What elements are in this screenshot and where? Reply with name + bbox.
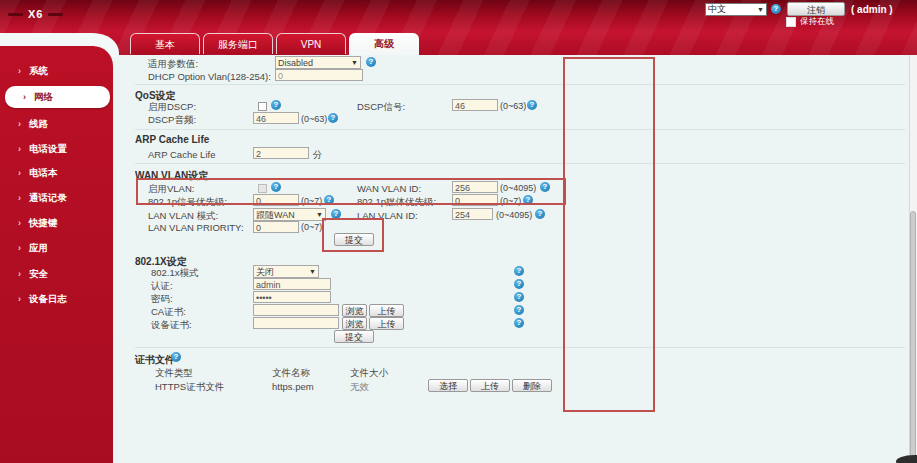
tab-service-port[interactable]: 服务端口: [203, 33, 273, 54]
help-icon[interactable]: ?: [527, 100, 537, 110]
help-icon[interactable]: ?: [171, 352, 181, 362]
device-cert-label: 设备证书:: [151, 319, 192, 332]
dscp-signal-label: DSCP信号:: [357, 101, 405, 114]
sidebar-item-phonebook[interactable]: › 电话本: [0, 165, 113, 181]
dot1x-mode-select[interactable]: 关闭 ▼: [253, 265, 319, 278]
sidebar-item-system[interactable]: › 系统: [0, 63, 113, 79]
sidebar-item-label: 线路: [29, 118, 48, 131]
help-icon[interactable]: ?: [271, 100, 281, 110]
logo-dash-left: [8, 13, 23, 16]
divider: [135, 84, 905, 85]
auth-input[interactable]: admin: [253, 278, 331, 290]
cert-row-type: HTTPS证书文件: [155, 381, 224, 394]
chevron-right-icon: ›: [18, 269, 21, 279]
top-bar: X6 中文 ▼ ? 注销 ( admin ) 保持在线 基本 服务端口 VPN …: [0, 0, 917, 55]
dscp-audio-label: DSCP音频:: [148, 114, 196, 127]
dhcp-option-vlan-label: DHCP Option Vlan(128-254):: [148, 71, 271, 82]
sidebar-item-label: 通话记录: [29, 192, 67, 205]
cert-delete-button[interactable]: 删除: [512, 379, 552, 392]
dot1x-submit-button[interactable]: 提交: [334, 330, 374, 343]
sidebar: › 系统 › 网络 › 线路 › 电话设置 › 电话本 › 通话记录 › 快捷键…: [0, 46, 113, 463]
logout-button[interactable]: 注销: [787, 2, 845, 16]
sidebar-item-call-log[interactable]: › 通话记录: [0, 190, 113, 206]
tab-vpn[interactable]: VPN: [276, 33, 346, 54]
logo: X6: [8, 8, 63, 20]
sidebar-item-label: 电话设置: [29, 143, 67, 156]
help-icon[interactable]: ?: [328, 113, 338, 123]
sidebar-item-device-log[interactable]: › 设备日志: [0, 291, 113, 307]
enable-dscp-checkbox[interactable]: [258, 102, 267, 111]
annotation-box-right-column: [563, 57, 655, 412]
dot1x-mode-selected: 关闭: [256, 266, 274, 278]
divider: [135, 347, 905, 348]
dscp-audio-input[interactable]: 46: [253, 112, 299, 124]
content-panel: [113, 55, 917, 463]
cert-row-size: 无效: [350, 381, 369, 394]
help-icon[interactable]: ?: [366, 57, 376, 67]
help-icon[interactable]: ?: [535, 209, 545, 219]
sidebar-item-label: 安全: [29, 268, 48, 281]
scrollbar-thumb[interactable]: [910, 211, 916, 463]
ca-browse-button[interactable]: 浏览: [342, 304, 367, 317]
language-select[interactable]: 中文 ▼: [705, 3, 767, 16]
sidebar-item-application[interactable]: › 应用: [0, 240, 113, 256]
sidebar-item-network[interactable]: › 网络: [5, 86, 110, 108]
password-input[interactable]: •••••: [253, 291, 331, 303]
device-cert-input[interactable]: [253, 317, 339, 329]
ca-upload-button[interactable]: 上传: [369, 304, 404, 317]
arp-cache-life-input[interactable]: 2: [253, 147, 309, 159]
help-icon[interactable]: ?: [514, 266, 524, 276]
chevron-right-icon: ›: [18, 294, 21, 304]
dhcp-option-vlan-input[interactable]: 0: [275, 69, 363, 81]
cert-col-type: 文件类型: [155, 367, 193, 380]
sidebar-item-label: 电话本: [29, 167, 58, 180]
keep-online-checkbox[interactable]: [786, 17, 796, 27]
cert-col-name: 文件名称: [272, 367, 310, 380]
help-icon[interactable]: ?: [514, 279, 524, 289]
logo-text: X6: [28, 8, 43, 20]
device-upload-button[interactable]: 上传: [369, 317, 404, 330]
tab-advanced[interactable]: 高级: [349, 33, 419, 55]
password-label: 密码:: [151, 293, 173, 306]
keep-online-group: 保持在线: [786, 16, 834, 28]
help-icon[interactable]: ?: [514, 292, 524, 302]
arp-unit-label: 分: [313, 149, 323, 162]
chevron-right-icon: ›: [18, 144, 21, 154]
lan-vlan-mode-selected: 跟随WAN: [256, 209, 295, 221]
dot1x-mode-label: 802.1x模式: [151, 267, 199, 280]
divider: [135, 129, 905, 130]
chevron-right-icon: ›: [18, 168, 21, 178]
device-browse-button[interactable]: 浏览: [342, 317, 367, 330]
chevron-right-icon: ›: [18, 193, 21, 203]
sidebar-item-line[interactable]: › 线路: [0, 116, 113, 132]
param-value-select[interactable]: Disabled ▼: [275, 56, 361, 69]
chevron-right-icon: ›: [18, 218, 21, 228]
cert-select-button[interactable]: 选择: [428, 379, 468, 392]
cert-col-size: 文件大小: [350, 367, 388, 380]
lan-vlan-priority-input[interactable]: 0: [253, 221, 299, 233]
sidebar-item-phone-settings[interactable]: › 电话设置: [0, 141, 113, 157]
sidebar-item-security[interactable]: › 安全: [0, 266, 113, 282]
fanvil-web-ui: X6 中文 ▼ ? 注销 ( admin ) 保持在线 基本 服务端口 VPN …: [0, 0, 917, 463]
cert-files-section-title: 证书文件: [135, 353, 175, 367]
sidebar-item-function-key[interactable]: › 快捷键: [0, 215, 113, 231]
lan-vlan-mode-select[interactable]: 跟随WAN ▼: [253, 208, 326, 221]
ca-cert-label: CA证书:: [151, 306, 186, 319]
help-icon[interactable]: ?: [514, 305, 524, 315]
dscp-signal-input[interactable]: 46: [452, 99, 498, 111]
sidebar-item-label: 快捷键: [29, 217, 58, 230]
lan-vlan-id-input[interactable]: 254: [452, 208, 493, 220]
sidebar-item-label: 网络: [34, 91, 53, 104]
sidebar-item-label: 系统: [29, 65, 48, 78]
cert-upload-button[interactable]: 上传: [470, 379, 510, 392]
chevron-down-icon: ▼: [309, 266, 316, 278]
arp-cache-life-label: ARP Cache Life: [148, 149, 215, 160]
sidebar-item-label: 应用: [29, 242, 48, 255]
ca-cert-input[interactable]: [253, 304, 339, 316]
tab-basic[interactable]: 基本: [130, 33, 200, 54]
keep-online-label: 保持在线: [800, 16, 834, 28]
chevron-right-icon: ›: [18, 66, 21, 76]
help-icon[interactable]: ?: [771, 4, 781, 14]
scrollbar-track[interactable]: [909, 55, 917, 463]
help-icon[interactable]: ?: [514, 318, 524, 328]
